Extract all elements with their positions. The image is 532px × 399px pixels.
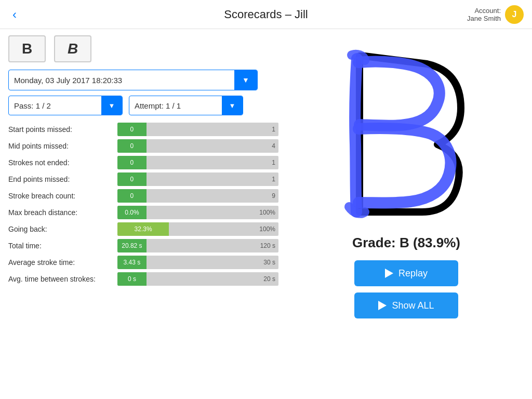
stat-bar-container: 09: [117, 189, 278, 203]
stat-bar-container: 01: [117, 123, 278, 136]
stat-label: Start points missed:: [8, 125, 112, 134]
stat-bar-container: 0 s20 s: [117, 272, 278, 286]
pass-dropdown-label: Pass: 1 / 2: [9, 101, 101, 110]
show-all-label: Show ALL: [392, 300, 434, 311]
stat-label: Average stroke time:: [8, 258, 112, 267]
account-info: Account: Jane Smith: [467, 7, 501, 22]
stat-row: Stroke breach count:09: [8, 189, 278, 203]
pass-attempt-row: Pass: 1 / 2 Attempt: 1 / 1: [8, 96, 278, 115]
attempt-dropdown[interactable]: Attempt: 1 / 1: [129, 96, 243, 115]
attempt-dropdown-label: Attempt: 1 / 1: [129, 101, 222, 110]
stat-label: Total time:: [8, 242, 112, 250]
grade-button-0[interactable]: B: [8, 35, 46, 62]
stat-bar-container: 01: [117, 156, 278, 169]
stat-bar-fill: 0: [117, 189, 147, 203]
pass-dropdown-arrow[interactable]: [101, 96, 122, 115]
replay-label: Replay: [398, 268, 428, 279]
stat-max-label: 30 s: [263, 259, 275, 266]
account-name: Jane Smith: [467, 15, 501, 22]
stat-bar-fill: 20.82 s: [117, 239, 147, 252]
replay-icon: [385, 269, 393, 278]
stat-row: Mid points missed:04: [8, 139, 278, 153]
stat-bar-container: 04: [117, 139, 278, 153]
stat-max-label: 1: [272, 159, 275, 166]
stat-bar-fill: 0: [117, 156, 147, 169]
stat-max-label: 120 s: [260, 242, 275, 249]
account-label: Account:: [474, 7, 501, 15]
back-button[interactable]: ‹: [8, 5, 21, 24]
stat-bar-fill: 0.0%: [117, 206, 147, 219]
show-all-icon: [378, 301, 387, 310]
show-all-button[interactable]: Show ALL: [354, 292, 458, 318]
left-panel: B B Monday, 03 July 2017 18:20:33 Pass: …: [8, 35, 278, 393]
grade-button-1[interactable]: B: [54, 35, 91, 62]
letter-canvas: [318, 41, 495, 228]
stat-row: Total time:20.82 s120 s: [8, 239, 278, 252]
stat-row: Strokes not ended:01: [8, 156, 278, 169]
stat-max-label: 100%: [259, 225, 275, 233]
grade-buttons-row: B B: [8, 35, 278, 62]
stat-label: Max breach distance:: [8, 208, 112, 217]
action-buttons: Replay Show ALL: [354, 260, 458, 318]
stat-label: Stroke breach count:: [8, 192, 112, 200]
stat-row: Average stroke time:3.43 s30 s: [8, 256, 278, 269]
date-dropdown-arrow[interactable]: [234, 70, 257, 90]
grade-display: Grade: B (83.9%): [352, 235, 460, 251]
stat-bar-container: 01: [117, 172, 278, 186]
stat-row: Going back:32.3%100%: [8, 222, 278, 236]
stat-max-label: 1: [272, 176, 275, 183]
stat-bar-fill: 0: [117, 123, 147, 136]
stat-bar-container: 0.0%100%: [117, 206, 278, 219]
date-dropdown-value: Monday, 03 July 2017 18:20:33: [9, 76, 234, 85]
stat-label: Avg. time between strokes:: [8, 275, 112, 283]
date-dropdown[interactable]: Monday, 03 July 2017 18:20:33: [8, 70, 258, 90]
stat-max-label: 9: [272, 192, 275, 200]
stat-max-label: 1: [272, 126, 275, 133]
page-title: Scorecards – Jill: [224, 8, 308, 21]
right-panel: Grade: B (83.9%) Replay Show ALL: [289, 35, 524, 393]
replay-button[interactable]: Replay: [354, 260, 458, 286]
stat-max-label: 4: [272, 142, 275, 150]
stat-bar-container: 3.43 s30 s: [117, 256, 278, 269]
stat-bar-fill: 0: [117, 139, 147, 153]
attempt-dropdown-arrow[interactable]: [222, 96, 243, 115]
stat-bar-fill: 0 s: [117, 272, 147, 286]
stat-max-label: 100%: [259, 209, 275, 216]
stat-label: Mid points missed:: [8, 142, 112, 150]
stats-table: Start points missed:01Mid points missed:…: [8, 123, 278, 286]
stat-bar-fill: 32.3%: [117, 222, 169, 236]
stat-max-label: 20 s: [263, 275, 275, 283]
pass-dropdown[interactable]: Pass: 1 / 2: [8, 96, 123, 115]
stat-row: Avg. time between strokes:0 s20 s: [8, 272, 278, 286]
stat-label: End points missed:: [8, 175, 112, 183]
main-content: B B Monday, 03 July 2017 18:20:33 Pass: …: [0, 29, 532, 399]
stat-bar-fill: 3.43 s: [117, 256, 147, 269]
account-area: Account: Jane Smith J: [467, 5, 524, 24]
stat-bar-container: 32.3%100%: [117, 222, 278, 236]
stat-row: End points missed:01: [8, 172, 278, 186]
stat-bar-fill: 0: [117, 172, 147, 186]
stat-label: Strokes not ended:: [8, 158, 112, 167]
header: ‹ Scorecards – Jill Account: Jane Smith …: [0, 0, 532, 29]
stat-row: Max breach distance:0.0%100%: [8, 206, 278, 219]
avatar[interactable]: J: [505, 5, 524, 24]
stat-row: Start points missed:01: [8, 123, 278, 136]
stat-label: Going back:: [8, 225, 112, 233]
stat-bar-container: 20.82 s120 s: [117, 239, 278, 252]
